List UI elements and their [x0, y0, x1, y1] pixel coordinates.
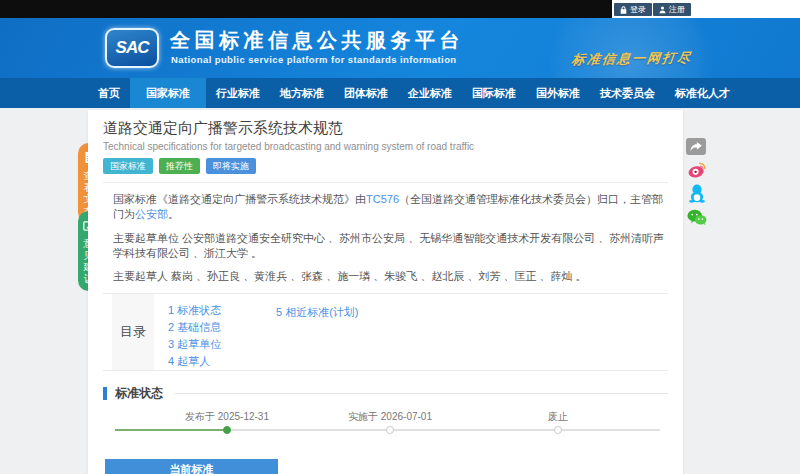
nav-item-foreign-standards[interactable]: 国外标准	[526, 78, 590, 108]
timeline-track-done	[115, 429, 227, 431]
nav-item-standardization-talent[interactable]: 标准化人才	[665, 78, 740, 108]
section-marker	[103, 387, 107, 400]
nav-item-enterprise-standards[interactable]: 企业标准	[398, 78, 462, 108]
toc-link-drafters[interactable]: 4 起草人	[168, 353, 276, 370]
status-section-title: 标准状态	[115, 385, 163, 402]
register-button[interactable]: 注册	[653, 3, 691, 16]
toc-link-similar-standards[interactable]: 5 相近标准(计划)	[276, 306, 359, 318]
timeline-dot-published	[223, 426, 231, 434]
timeline-label-implemented: 实施于 2026-07-01	[348, 410, 432, 424]
site-header: SAC 全国标准信息公共服务平台 National public service…	[0, 18, 800, 78]
toc-link-status[interactable]: 1 标准状态	[168, 302, 276, 319]
timeline-dot-implemented	[386, 426, 394, 434]
table-of-contents: 目录 1 标准状态 2 基础信息 3 起草单位 4 起草人 5 相近标准(计划)	[103, 293, 668, 371]
timeline-label-abolished: 废止	[548, 410, 568, 424]
toc-column-2: 5 相近标准(计划)	[276, 302, 359, 370]
intro-suffix: 。	[168, 208, 179, 220]
standard-title-en: Technical specifications for targeted br…	[103, 141, 668, 152]
badge-recommended: 推荐性	[159, 158, 200, 174]
toc-links: 1 标准状态 2 基础信息 3 起草单位 4 起草人 5 相近标准(计划)	[154, 294, 359, 370]
nav-item-group-standards[interactable]: 团体标准	[334, 78, 398, 108]
divider	[103, 182, 668, 183]
main-nav: 首页 国家标准 行业标准 地方标准 团体标准 企业标准 国际标准 国外标准 技术…	[0, 78, 800, 108]
drafting-units-paragraph: 主要起草单位 公安部道路交通安全研究中心 、苏州市公安局 、无锡华通智能交通技术…	[113, 231, 668, 261]
drafters-paragraph: 主要起草人 蔡岗 、孙正良 、黄淮兵 、张森 、施一璘 、朱骏飞 、赵北辰 、刘…	[113, 269, 668, 284]
badge-upcoming: 即将实施	[206, 158, 256, 174]
standard-detail-card: 道路交通定向广播警示系统技术规范 Technical specification…	[88, 110, 683, 474]
description-block: 国家标准《道路交通定向广播警示系统技术规范》由TC576（全国道路交通管理标准化…	[103, 192, 668, 284]
qq-icon[interactable]	[686, 184, 708, 203]
toc-link-basic-info[interactable]: 2 基础信息	[168, 319, 276, 336]
section-rule	[175, 393, 668, 394]
toc-label: 目录	[112, 294, 154, 370]
dept-link[interactable]: 公安部	[135, 208, 168, 220]
timeline-dot-abolished	[554, 426, 562, 434]
nav-item-industry-standards[interactable]: 行业标准	[206, 78, 270, 108]
status-timeline: 发布于 2025-12-31 实施于 2026-07-01 废止	[103, 408, 668, 446]
login-label: 登录	[630, 4, 646, 15]
site-title: 全国标准信息公共服务平台	[170, 27, 464, 54]
toc-column-1: 1 标准状态 2 基础信息 3 起草单位 4 起草人	[168, 302, 276, 370]
share-icon[interactable]	[686, 138, 706, 155]
person-icon	[659, 6, 666, 14]
sac-logo-text: SAC	[116, 38, 149, 58]
nav-item-international-standards[interactable]: 国际标准	[462, 78, 526, 108]
weibo-icon[interactable]	[686, 161, 708, 178]
status-section-header: 标准状态	[103, 385, 668, 402]
current-standard-header: 当前标准	[105, 459, 278, 474]
toc-link-drafting-units[interactable]: 3 起草单位	[168, 336, 276, 353]
badge-national-standard: 国家标准	[103, 158, 153, 174]
standard-title-cn: 道路交通定向广播警示系统技术规范	[103, 119, 668, 138]
wechat-icon[interactable]	[686, 209, 708, 226]
top-utility-bar: 登录 注册	[0, 0, 800, 18]
page: 登录 注册 SAC 全国标准信息公共服务平台 National public s…	[0, 0, 800, 474]
register-label: 注册	[669, 4, 685, 15]
nav-item-technical-committee[interactable]: 技术委员会	[590, 78, 665, 108]
tc576-link[interactable]: TC576	[366, 193, 399, 205]
top-black-strip	[0, 0, 612, 18]
sac-logo[interactable]: SAC	[105, 28, 159, 68]
site-subtitle: National public service platform for sta…	[171, 54, 457, 65]
share-column	[686, 138, 708, 226]
badge-row: 国家标准 推荐性 即将实施	[103, 158, 668, 174]
intro-prefix: 国家标准《道路交通定向广播警示系统技术规范》由	[113, 193, 366, 205]
nav-item-home[interactable]: 首页	[88, 78, 130, 108]
intro-paragraph: 国家标准《道路交通定向广播警示系统技术规范》由TC576（全国道路交通管理标准化…	[113, 192, 668, 222]
lock-icon	[620, 6, 627, 14]
login-button[interactable]: 登录	[614, 3, 652, 16]
slogan-calligraphy: 标准信息一网打尽	[571, 49, 693, 69]
current-standard-card[interactable]: 当前标准 GB/T 47003-2025 即将实施 道路交通定向广播警示系统技术…	[105, 459, 278, 474]
nav-item-local-standards[interactable]: 地方标准	[270, 78, 334, 108]
nav-item-national-standards[interactable]: 国家标准	[130, 78, 206, 108]
timeline-label-published: 发布于 2025-12-31	[185, 410, 269, 424]
